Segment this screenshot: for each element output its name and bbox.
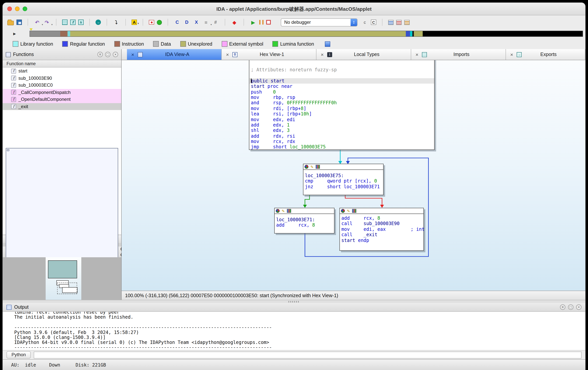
tab-imports[interactable]: ×Imports xyxy=(411,49,506,60)
asm-line: call _exit xyxy=(341,232,422,237)
graph-status-bar: 100.00% (-316,130) (566,122) 00007E50 00… xyxy=(122,291,585,300)
breakpoint-icon[interactable] xyxy=(231,19,238,26)
open-file-icon[interactable] xyxy=(7,21,14,25)
snapshot-icon[interactable] xyxy=(149,20,154,25)
functions-close-button[interactable]: × xyxy=(113,52,118,57)
graph-node-exit-block[interactable]: add rcx, 8call sub_100003E90mov edi, eax… xyxy=(339,208,424,251)
graph-node-start-entry[interactable]: ; Attributes: noreturn fuzzy-sppublic st… xyxy=(249,60,435,150)
navband-segment-unexplored xyxy=(414,31,423,36)
segments-window-icon[interactable] xyxy=(62,20,67,25)
legend-item: External symbol xyxy=(221,41,263,47)
local-types-icon xyxy=(327,52,332,57)
combo-stepper-icon[interactable]: ▲▼ xyxy=(351,19,357,26)
node-color-icon[interactable] xyxy=(304,165,308,169)
asm-token: 3 xyxy=(287,128,290,133)
tab-close-icon[interactable]: × xyxy=(319,52,325,57)
asm-token: 8 xyxy=(378,216,380,221)
function-row-sub_100003EC0[interactable]: fsub_100003EC0 xyxy=(3,82,121,89)
node-edit-icon[interactable] xyxy=(310,165,314,169)
function-icon: f xyxy=(11,104,16,109)
asm-token: _exit xyxy=(364,232,378,237)
output-log[interactable]: lumina: recv: connection reset by peerTh… xyxy=(3,312,585,350)
overview-viewport[interactable] xyxy=(57,283,77,294)
splitter-grip[interactable] xyxy=(288,301,300,303)
horizontal-splitter[interactable] xyxy=(3,300,585,303)
functions-column-header[interactable]: Function name xyxy=(3,60,121,67)
pause-process-icon[interactable] xyxy=(259,20,263,25)
navigation-band[interactable] xyxy=(30,31,583,37)
undo-icon[interactable]: ▾ xyxy=(34,19,41,26)
close-window-button[interactable] xyxy=(7,7,12,11)
graph-node-loc_100003E75[interactable]: loc_100003E75:cmp qword ptr [rcx], 0jnz … xyxy=(303,164,384,195)
jump-address-icon[interactable] xyxy=(95,20,101,25)
output-line: ----------------------------------------… xyxy=(14,325,585,329)
toolbar-separator xyxy=(56,19,59,26)
cut-icon[interactable] xyxy=(193,19,200,26)
function-row-sub_100003E90[interactable]: fsub_100003E90 xyxy=(3,75,121,82)
python-console-input[interactable] xyxy=(34,351,581,358)
copy-icon[interactable] xyxy=(174,19,181,26)
strings-window-icon[interactable] xyxy=(78,20,84,25)
paste-icon[interactable] xyxy=(183,19,190,26)
save-file-icon[interactable] xyxy=(17,20,22,25)
tab-close-icon[interactable]: × xyxy=(414,52,420,57)
functions-display-options-button[interactable]: ≡ xyxy=(97,52,103,57)
attach-icon[interactable] xyxy=(361,19,368,26)
exports-icon xyxy=(517,52,522,57)
function-row-_CallComponentDispatch[interactable]: f_CallComponentDispatch xyxy=(3,89,121,96)
functions-window-icon[interactable] xyxy=(70,20,75,25)
function-row-_exit[interactable]: f_exit xyxy=(3,103,121,110)
output-close-button[interactable]: × xyxy=(576,304,581,310)
graph-node-loc_100003E71[interactable]: loc_100003E71:add rcx, 8 xyxy=(274,208,335,234)
node-chart-icon[interactable] xyxy=(287,209,291,213)
jump-next-icon[interactable] xyxy=(113,19,120,26)
tab-hex-view-1[interactable]: ×Hex View-1 xyxy=(222,49,316,60)
python-prompt-button[interactable]: Python xyxy=(7,351,31,359)
tab-exports[interactable]: ×Exports xyxy=(506,49,585,60)
color-text-icon[interactable]: ▾ xyxy=(132,20,137,25)
functions-undock-button[interactable]: □ xyxy=(105,52,110,57)
function-row-start[interactable]: fstart xyxy=(3,67,121,75)
asm-token: cmp qword ptr [rcx], xyxy=(305,178,374,184)
navband-scroll-icon[interactable]: ▶ xyxy=(12,31,17,36)
legend-label: Regular function xyxy=(70,41,105,47)
legend-label: Data xyxy=(161,41,171,47)
function-row-_OpenDefaultComponent[interactable]: f_OpenDefaultComponent xyxy=(3,96,121,103)
graph-overview-minimap[interactable] xyxy=(3,257,121,300)
list-functions-icon[interactable] xyxy=(404,20,410,25)
output-undock-button[interactable]: □ xyxy=(568,304,573,310)
node-edit-icon[interactable] xyxy=(281,209,285,213)
tab-local-types[interactable]: ×Local Types xyxy=(316,49,411,60)
tab-close-icon[interactable]: × xyxy=(225,52,230,57)
lumina-pull-icon[interactable] xyxy=(157,20,162,25)
tab-close-icon[interactable]: × xyxy=(509,52,514,57)
stop-process-icon[interactable] xyxy=(266,20,271,25)
minimize-window-button[interactable] xyxy=(15,7,20,11)
node-color-icon[interactable] xyxy=(341,209,345,213)
function-name: _CallComponentDispatch xyxy=(18,90,71,95)
asm-token: jnz short loc_100003E71 xyxy=(305,184,380,189)
graph-view[interactable]: ; Attributes: noreturn fuzzy-sppublic st… xyxy=(122,60,585,291)
node-color-icon[interactable] xyxy=(276,209,280,213)
node-chart-icon[interactable] xyxy=(352,209,356,213)
dropdown-caret-icon: ▾ xyxy=(210,23,212,26)
compiler-icon[interactable] xyxy=(371,20,376,25)
output-display-options-button[interactable]: ≡ xyxy=(560,304,565,310)
node-edit-icon[interactable] xyxy=(346,209,351,213)
node-chart-icon[interactable] xyxy=(316,165,320,169)
tab-ida-view-a[interactable]: ×IDA View-A xyxy=(127,49,222,60)
tab-close-icon[interactable]: × xyxy=(130,52,135,57)
debugger-select[interactable]: No debugger ▲▼ xyxy=(281,18,357,26)
start-process-icon[interactable] xyxy=(250,19,257,26)
function-name: sub_100003EC0 xyxy=(18,83,53,88)
enum-icon[interactable] xyxy=(212,19,219,26)
navband-options-icon[interactable] xyxy=(325,41,330,47)
struct-icon[interactable]: ▾ xyxy=(202,19,210,26)
redo-icon[interactable]: ▾ xyxy=(43,19,50,26)
asm-token: start xyxy=(341,237,358,243)
zoom-window-button[interactable] xyxy=(23,7,27,11)
list-segments-icon[interactable] xyxy=(388,20,394,25)
list-names-icon[interactable] xyxy=(396,20,402,25)
toolbar-separator xyxy=(243,19,247,26)
output-line xyxy=(14,319,585,325)
